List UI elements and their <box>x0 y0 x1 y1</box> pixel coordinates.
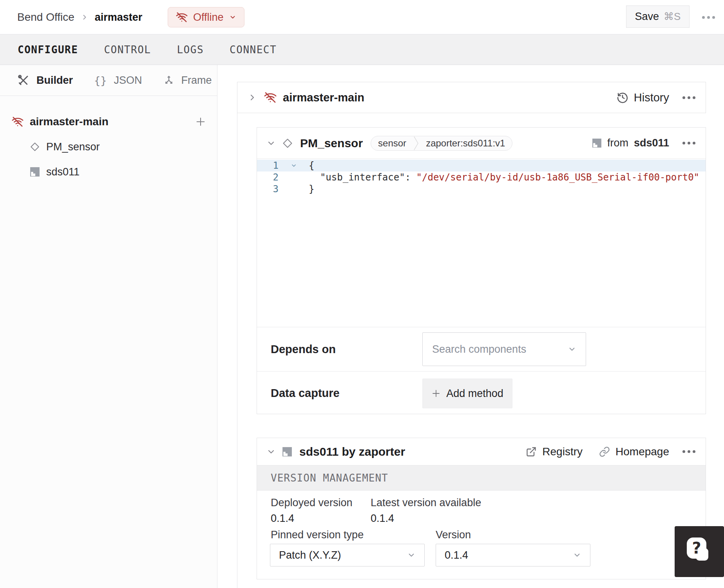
chevron-down-icon <box>573 551 581 559</box>
history-button[interactable]: History <box>617 91 669 104</box>
module-links: Registry Homepage <box>526 446 669 458</box>
depends-on-label: Depends on <box>271 343 336 356</box>
fold-spacer <box>279 183 309 195</box>
json-key: "usb_interface" <box>320 172 405 183</box>
code-line-3: 3 } <box>257 183 706 195</box>
component-card-header: PM_sensor sensor zaporter:sds011:v1 from… <box>257 128 706 159</box>
view-switcher: Builder {} JSON Frame <box>0 65 217 96</box>
svg-text:?: ? <box>692 539 701 557</box>
tab-control[interactable]: CONTROL <box>104 44 151 56</box>
version-label: Version <box>436 529 471 541</box>
tab-logs[interactable]: LOGS <box>177 44 204 56</box>
module-icon <box>592 138 602 148</box>
component-title: PM_sensor <box>300 137 363 150</box>
pinned-version-type-value: Patch (X.Y.Z) <box>279 549 341 561</box>
chip-divider-icon <box>413 136 419 151</box>
diamond-icon <box>30 142 40 152</box>
chevron-down-icon[interactable] <box>266 139 276 148</box>
component-card-menu[interactable] <box>682 139 696 147</box>
pinned-version-type-label: Pinned version type <box>271 529 364 541</box>
chevron-down-icon[interactable] <box>266 447 276 456</box>
component-tree: airmaster-main PM_sensor sds011 <box>0 96 217 184</box>
latest-version-label: Latest version available <box>371 497 481 509</box>
depends-on-select[interactable]: Search components <box>422 332 586 366</box>
external-link-icon <box>526 446 537 457</box>
registry-link[interactable]: Registry <box>526 446 583 458</box>
tree-item-component-label: PM_sensor <box>46 141 100 153</box>
module-title: sds011 by zaporter <box>299 445 405 458</box>
code-text: } <box>309 183 314 195</box>
module-card-menu[interactable] <box>682 448 696 455</box>
module-card: sds011 by zaporter Registry Homepage <box>257 438 706 579</box>
component-type-chip: sensor zaporter:sds011:v1 <box>371 136 512 151</box>
from-target: sds011 <box>634 137 669 149</box>
add-component-button[interactable] <box>195 116 206 127</box>
save-button[interactable]: Save ⌘S <box>626 5 690 28</box>
module-card-header: sds011 by zaporter Registry Homepage <box>257 438 706 465</box>
json-string-value: "/dev/serial/by-id/usb-1a86_USB_Serial-i… <box>416 172 699 183</box>
data-capture-label: Data capture <box>271 387 340 400</box>
version-management-header: VERSION MANAGEMENT <box>257 465 706 491</box>
view-frame[interactable]: Frame <box>163 74 212 87</box>
fold-chevron-icon[interactable] <box>279 160 309 171</box>
registry-label: Registry <box>542 446 583 458</box>
machine-status-badge[interactable]: Offline <box>168 7 244 27</box>
machine-card-title: airmaster-main <box>283 91 364 104</box>
tree-item-component[interactable]: PM_sensor <box>0 134 217 159</box>
topbar-overflow-menu[interactable] <box>697 9 719 26</box>
view-json[interactable]: {} JSON <box>94 74 142 87</box>
deployed-version-label: Deployed version <box>271 497 353 509</box>
chevron-right-icon[interactable] <box>248 93 257 102</box>
wifi-off-icon <box>264 91 277 104</box>
view-builder[interactable]: Builder <box>18 74 73 87</box>
chevron-down-icon <box>229 14 236 21</box>
tree-item-module[interactable]: sds011 <box>0 159 217 184</box>
attributes-code-editor[interactable]: 1 { 2 "usb_interface": "/dev/serial/by-i… <box>257 159 706 327</box>
tree-item-module-label: sds011 <box>46 166 80 178</box>
depends-on-placeholder: Search components <box>432 343 526 355</box>
breadcrumb-separator-icon <box>81 13 89 21</box>
breadcrumb-org[interactable]: Bend Office <box>17 11 74 23</box>
line-number: 3 <box>257 183 279 195</box>
homepage-link[interactable]: Homepage <box>599 446 669 458</box>
machine-card: airmaster-main History <box>237 82 706 113</box>
view-json-label: JSON <box>114 74 142 87</box>
tab-connect[interactable]: CONNECT <box>230 44 277 56</box>
module-icon <box>282 447 292 457</box>
nesting-rail <box>237 113 237 588</box>
wifi-off-icon <box>176 11 188 23</box>
save-label: Save <box>635 11 659 23</box>
version-management-title: VERSION MANAGEMENT <box>271 472 388 484</box>
depends-on-section: Depends on Search components <box>257 327 706 372</box>
line-number: 1 <box>257 160 279 171</box>
ellipsis-icon <box>682 142 695 144</box>
chevron-down-icon <box>407 551 416 559</box>
link-icon <box>599 446 610 457</box>
version-select[interactable]: 0.1.4 <box>436 544 590 566</box>
frame-axes-icon <box>163 75 174 86</box>
version-management-body: Deployed version Latest version availabl… <box>257 491 706 579</box>
tree-item-machine[interactable]: airmaster-main <box>0 109 217 134</box>
plus-icon <box>431 389 441 398</box>
help-button[interactable]: ? <box>675 526 724 577</box>
data-capture-section: Data capture Add method <box>257 372 706 415</box>
code-line-2: 2 "usb_interface": "/dev/serial/by-id/us… <box>257 171 706 183</box>
code-text: { <box>309 160 314 171</box>
view-frame-label: Frame <box>181 74 212 87</box>
chip-type: sensor <box>371 138 413 149</box>
tab-configure[interactable]: CONFIGURE <box>18 44 78 56</box>
component-card: PM_sensor sensor zaporter:sds011:v1 from… <box>257 127 706 414</box>
code-line-1: 1 { <box>257 160 706 171</box>
module-icon <box>30 167 40 177</box>
view-builder-label: Builder <box>36 74 73 87</box>
history-icon <box>617 92 628 103</box>
add-method-button[interactable]: Add method <box>422 379 512 408</box>
status-label: Offline <box>193 11 224 23</box>
config-sidebar: Builder {} JSON Frame airmaster <box>0 65 217 588</box>
tree-item-machine-label: airmaster-main <box>30 115 109 128</box>
machine-card-menu[interactable] <box>682 94 696 101</box>
ellipsis-icon <box>702 16 715 19</box>
history-label: History <box>634 91 669 104</box>
diamond-icon <box>282 138 293 149</box>
pinned-version-type-select[interactable]: Patch (X.Y.Z) <box>270 544 425 566</box>
